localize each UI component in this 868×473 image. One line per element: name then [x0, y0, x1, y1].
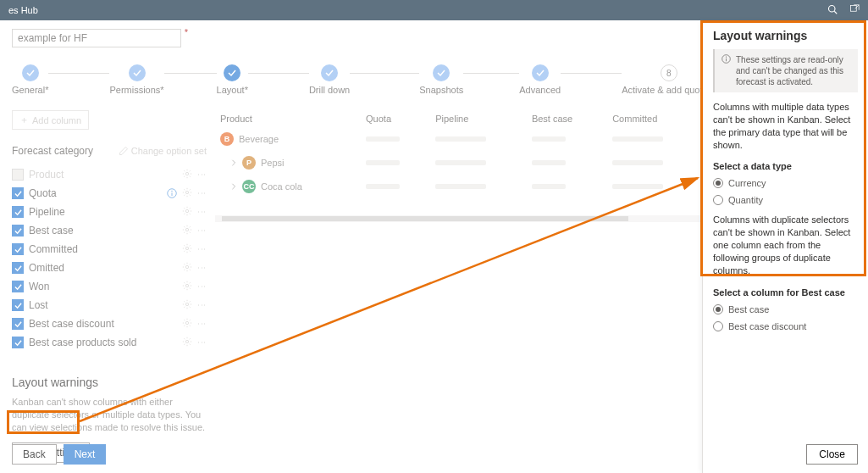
more-icon[interactable]: ⋮: [197, 301, 207, 310]
side-para-2: Columns with duplicate selectors can't b…: [713, 214, 858, 276]
svg-point-12: [185, 265, 188, 268]
forecast-name-input[interactable]: [12, 29, 181, 47]
category-row[interactable]: Product⋮: [12, 165, 207, 184]
category-checkbox[interactable]: [12, 187, 24, 199]
radio-bestcase[interactable]: Best case: [713, 304, 858, 314]
radio-currency[interactable]: Currency: [713, 178, 858, 188]
side-sub-1: Select a data type: [713, 161, 858, 171]
side-panel-title: Layout warnings: [713, 29, 858, 42]
more-icon[interactable]: ⋮: [197, 208, 207, 217]
gear-icon[interactable]: [182, 187, 192, 200]
product-name: Pepsi: [261, 158, 285, 168]
svg-point-11: [185, 247, 188, 249]
svg-point-4: [185, 172, 188, 175]
category-checkbox[interactable]: [12, 206, 24, 218]
svg-point-13: [185, 284, 188, 287]
column-header: Committed: [607, 110, 704, 127]
next-button[interactable]: Next: [64, 444, 107, 465]
add-column-button[interactable]: ＋Add column: [12, 110, 89, 130]
popout-icon[interactable]: [849, 4, 860, 17]
plus-icon: ＋: [19, 114, 29, 126]
category-checkbox[interactable]: [12, 337, 24, 348]
product-name: Coca cola: [261, 181, 302, 192]
svg-point-0: [829, 5, 836, 12]
column-header: Quota: [361, 110, 430, 127]
info-icon[interactable]: [167, 188, 177, 198]
category-label: Product: [29, 169, 177, 181]
category-checkbox[interactable]: [12, 281, 24, 292]
category-row[interactable]: Best case⋮: [12, 221, 207, 240]
app-title: es Hub: [8, 5, 38, 15]
column-header: Pipeline: [430, 110, 527, 127]
forecast-category-label: Forecast category: [12, 145, 93, 157]
product-name: Beverage: [239, 134, 279, 144]
category-row[interactable]: Best case discount⋮: [12, 314, 207, 333]
step-drilldown[interactable]: Drill down: [309, 64, 350, 95]
gear-icon[interactable]: [182, 281, 192, 293]
chevron-right-icon[interactable]: [230, 158, 237, 168]
category-checkbox[interactable]: [12, 225, 24, 236]
more-icon[interactable]: ⋮: [197, 264, 207, 273]
chevron-right-icon[interactable]: [230, 181, 237, 192]
app-topbar: es Hub: [0, 0, 868, 20]
step-snapshots[interactable]: Snapshots: [419, 64, 463, 95]
radio-bestcase-discount[interactable]: Best case discount: [713, 321, 858, 331]
more-icon[interactable]: ⋮: [197, 282, 207, 292]
more-icon[interactable]: ⋮: [197, 189, 207, 198]
category-row[interactable]: Won⋮: [12, 277, 207, 296]
category-row[interactable]: Pipeline⋮: [12, 203, 207, 221]
category-row[interactable]: Best case products sold⋮: [12, 333, 207, 352]
category-label: Committed: [29, 243, 177, 255]
more-icon[interactable]: ⋮: [197, 245, 207, 254]
layout-warnings-heading: Layout warnings: [12, 376, 207, 389]
category-label: Best case products sold: [29, 337, 177, 348]
more-icon[interactable]: ⋮: [197, 320, 207, 329]
gear-icon[interactable]: [182, 337, 192, 349]
category-row[interactable]: Omitted⋮: [12, 259, 207, 277]
close-button[interactable]: Close: [806, 444, 858, 465]
gear-icon[interactable]: [182, 318, 192, 331]
category-label: Lost: [29, 299, 177, 311]
svg-point-7: [171, 191, 172, 192]
category-checkbox[interactable]: [12, 243, 24, 255]
required-star-icon: *: [185, 27, 188, 37]
step-layout[interactable]: Layout*: [217, 64, 248, 95]
step-permissions[interactable]: Permissions*: [109, 64, 163, 95]
step-general[interactable]: General*: [12, 64, 48, 95]
svg-point-15: [185, 321, 188, 324]
search-icon[interactable]: [827, 4, 838, 17]
gear-icon[interactable]: [182, 243, 192, 256]
avatar: CC: [242, 180, 256, 193]
category-label: Quota: [29, 187, 162, 199]
column-header: Best case: [527, 110, 607, 127]
gear-icon[interactable]: [182, 262, 192, 275]
category-checkbox[interactable]: [12, 262, 24, 274]
svg-point-19: [726, 57, 727, 58]
info-icon: [721, 54, 731, 66]
more-icon[interactable]: ⋮: [197, 226, 207, 236]
more-icon[interactable]: ⋮: [197, 338, 207, 348]
category-label: Best case discount: [29, 318, 177, 330]
category-row[interactable]: Lost⋮: [12, 296, 207, 314]
gear-icon[interactable]: [182, 169, 192, 181]
gear-icon[interactable]: [182, 206, 192, 219]
gear-icon[interactable]: [182, 225, 192, 237]
more-icon[interactable]: ⋮: [197, 170, 207, 180]
change-optionset-link[interactable]: Change option set: [119, 146, 207, 156]
category-checkbox[interactable]: [12, 169, 24, 181]
category-row[interactable]: Quota⋮: [12, 184, 207, 203]
step-advanced[interactable]: Advanced: [519, 64, 561, 95]
layout-warnings-panel: Layout warnings These settings are read-…: [702, 20, 868, 473]
avatar: P: [242, 156, 256, 170]
category-checkbox[interactable]: [12, 318, 24, 330]
radio-quantity[interactable]: Quantity: [713, 195, 858, 205]
category-label: Won: [29, 281, 177, 292]
category-row[interactable]: Committed⋮: [12, 240, 207, 259]
svg-point-9: [185, 209, 188, 212]
category-label: Best case: [29, 225, 177, 236]
svg-point-16: [185, 340, 188, 342]
gear-icon[interactable]: [182, 299, 192, 312]
category-checkbox[interactable]: [12, 299, 24, 311]
back-button[interactable]: Back: [12, 444, 57, 465]
category-label: Omitted: [29, 262, 177, 274]
